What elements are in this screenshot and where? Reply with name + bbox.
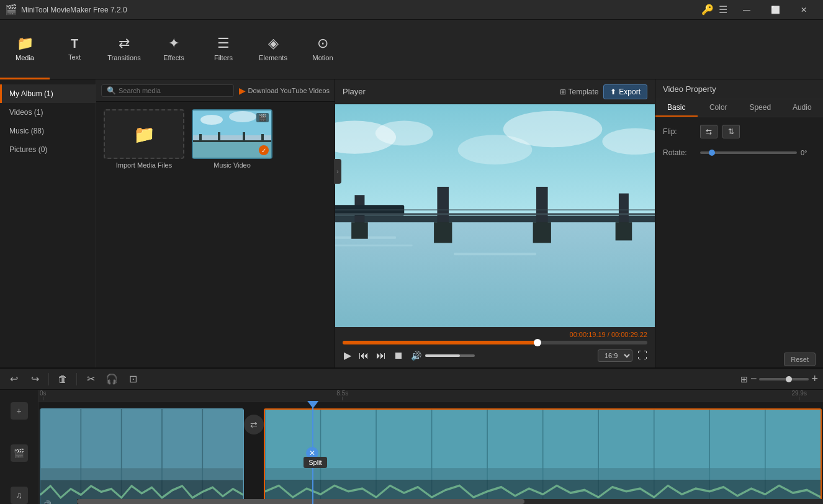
minimize-button[interactable]: — (732, 0, 761, 20)
export-icon: ⬆ (610, 88, 616, 96)
transitions-icon: ⇄ (119, 35, 130, 52)
zoom-slider[interactable] (759, 378, 809, 380)
progress-fill (343, 341, 537, 344)
clip-2-bg: 🔊 (265, 410, 821, 504)
svg-rect-20 (335, 216, 655, 223)
svg-rect-24 (619, 194, 629, 224)
volume-slider[interactable] (425, 354, 475, 357)
timeline-tracks-area: 0s 8.5s 29.9s (38, 390, 823, 504)
timeline-scrollbar[interactable] (77, 499, 823, 504)
tab-speed[interactable]: Speed (739, 99, 781, 117)
crop-button[interactable]: ⊡ (124, 371, 142, 388)
audio-detach-button[interactable]: 🎧 (103, 371, 120, 388)
rotate-thumb[interactable] (709, 150, 715, 156)
video-preview (335, 104, 655, 327)
media-icon: 📁 (17, 35, 34, 52)
volume-icon[interactable]: 🔊 (410, 349, 423, 362)
import-media-item[interactable]: 📁 Import Media Files (104, 109, 184, 169)
next-frame-button[interactable]: ⏭ (375, 349, 387, 362)
toolbar: 📁 Media T Text ⇄ Transitions ✦ Effects ☰… (0, 20, 823, 79)
toolbar-motion[interactable]: ⊙ Motion (298, 20, 348, 79)
split-tooltip: Split (304, 457, 326, 468)
svg-rect-28 (616, 222, 632, 240)
music-video-item[interactable]: 🎬 ✓ Music Video (192, 109, 272, 169)
delete-button[interactable]: 🗑 (54, 371, 71, 388)
timeline-toolbar: ↩ ↪ 🗑 ✂ 🎧 ⊡ ⊞ − + (0, 369, 823, 390)
toolbar-text[interactable]: T Text (50, 20, 99, 79)
video-track-icon[interactable]: 🎬 (11, 444, 28, 462)
svg-rect-35 (40, 409, 243, 468)
volume-control: 🔊 (410, 349, 593, 362)
sidebar-item-videos[interactable]: Videos (1) (0, 103, 96, 122)
sidebar-item-music[interactable]: Music (88) (0, 122, 96, 140)
sidebar-item-my-album[interactable]: My Album (1) (0, 84, 96, 103)
yt-download-button[interactable]: ▶ Download YouTube Videos (239, 86, 330, 96)
progress-thumb[interactable] (534, 339, 541, 346)
panel-collapse-handle[interactable]: › (334, 159, 341, 184)
video-clip-1[interactable]: 🔊 (40, 408, 244, 504)
rotate-slider[interactable] (700, 151, 797, 154)
tab-audio[interactable]: Audio (781, 99, 824, 117)
search-input[interactable] (119, 87, 228, 94)
flip-horizontal-button[interactable]: ⇆ (700, 125, 717, 138)
cut-button[interactable]: ✂ (82, 371, 99, 388)
export-button[interactable]: ⬆ Export (603, 84, 647, 99)
toolbar-transitions[interactable]: ⇄ Transitions (99, 20, 149, 79)
restore-button[interactable]: ⬜ (761, 0, 789, 20)
stop-button[interactable]: ⏹ (392, 349, 405, 362)
volume-fill (425, 354, 460, 357)
svg-point-12 (376, 121, 433, 146)
timeline-ruler[interactable]: 0s 8.5s 29.9s (38, 390, 823, 402)
audio-track-icon[interactable]: ♫ (11, 487, 28, 504)
album-sidebar: My Album (1) Videos (1) Music (88) Pictu… (0, 79, 96, 367)
zoom-in-button[interactable]: + (811, 372, 818, 385)
controls-row: ▶ ⏮ ⏭ ⏹ 🔊 16:9 9:16 4:3 1:1 ⛶ (343, 348, 647, 362)
toolbar-media-label: Media (16, 54, 34, 61)
add-track-icon[interactable]: + (11, 402, 28, 420)
timeline-track-icons: + 🎬 ♫ (0, 390, 38, 504)
svg-rect-7 (243, 132, 245, 142)
toolbar-filters[interactable]: ☰ Filters (199, 20, 248, 79)
fullscreen-button[interactable]: ⛶ (637, 350, 647, 361)
svg-point-2 (200, 115, 223, 125)
toolbar-elements[interactable]: ◈ Elements (248, 20, 298, 79)
player-area: Player ⊞ Template ⬆ Export (335, 79, 655, 367)
clip-1-bg: 🔊 (40, 409, 243, 504)
timeline-scrollbar-thumb[interactable] (77, 499, 524, 504)
close-button[interactable]: ✕ (789, 0, 818, 20)
sidebar-item-pictures[interactable]: Pictures (0) (0, 140, 96, 159)
timeline-content: + 🎬 ♫ 0s 8.5s 29.9s (0, 390, 823, 504)
key-icon[interactable]: 🔑 (701, 4, 714, 16)
menu-icon[interactable]: ☰ (719, 4, 727, 16)
reset-button[interactable]: Reset (784, 353, 816, 366)
zoom-thumb[interactable] (786, 376, 792, 382)
svg-point-3 (229, 111, 256, 122)
motion-icon: ⊙ (317, 35, 328, 52)
toolbar-elements-label: Elements (259, 54, 287, 61)
zoom-fit-icon[interactable]: ⊞ (740, 374, 748, 384)
video-clip-2[interactable]: 🔊 (264, 408, 822, 504)
bridge-scene (335, 104, 655, 327)
total-time: 00:00:29.22 (611, 331, 647, 338)
redo-button[interactable]: ↪ (26, 371, 43, 388)
time-display: 00:00:19.19 / 00:00:29.22 (343, 331, 647, 338)
play-button[interactable]: ▶ (343, 348, 353, 362)
aspect-ratio-select[interactable]: 16:9 9:16 4:3 1:1 (598, 349, 632, 362)
toolbar-separator-1 (48, 373, 49, 385)
elements-icon: ◈ (268, 35, 279, 52)
undo-button[interactable]: ↩ (5, 371, 22, 388)
toolbar-media[interactable]: 📁 Media (0, 20, 50, 79)
prev-frame-button[interactable]: ⏮ (358, 349, 370, 362)
tab-color[interactable]: Color (698, 99, 740, 117)
progress-bar[interactable] (343, 341, 647, 344)
toolbar-effects[interactable]: ✦ Effects (149, 20, 199, 79)
tl-tracks: 🔊 ⇄ (38, 402, 823, 504)
rotate-row: Rotate: 0° (663, 148, 816, 157)
clip-transition[interactable]: ⇄ (244, 415, 264, 434)
svg-rect-4 (193, 140, 271, 142)
rotate-label: Rotate: (663, 148, 700, 157)
tab-basic[interactable]: Basic (655, 99, 698, 117)
zoom-out-button[interactable]: − (750, 372, 757, 385)
flip-vertical-button[interactable]: ⇅ (722, 125, 740, 138)
template-button[interactable]: ⊞ Template (560, 88, 599, 96)
